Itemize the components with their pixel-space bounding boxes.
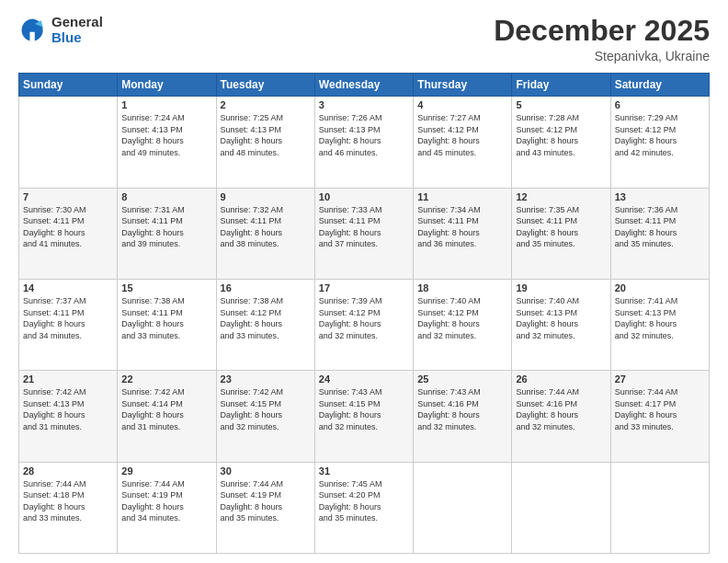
day-number: 6: [615, 99, 705, 110]
cell-info: Sunrise: 7:34 AMSunset: 4:11 PMDaylight:…: [417, 204, 507, 250]
calendar-cell: 10Sunrise: 7:33 AMSunset: 4:11 PMDayligh…: [314, 188, 413, 279]
cell-info: Sunrise: 7:40 AMSunset: 4:12 PMDaylight:…: [417, 295, 507, 341]
cell-info: Sunrise: 7:42 AMSunset: 4:14 PMDaylight:…: [121, 386, 211, 432]
calendar-day-header: Saturday: [610, 74, 709, 97]
day-number: 17: [319, 282, 409, 293]
calendar-day-header: Thursday: [414, 74, 512, 97]
cell-info: Sunrise: 7:44 AMSunset: 4:17 PMDaylight:…: [615, 386, 705, 432]
calendar-day-header: Wednesday: [314, 74, 413, 97]
calendar-cell: 25Sunrise: 7:43 AMSunset: 4:16 PMDayligh…: [414, 371, 512, 462]
cell-info: Sunrise: 7:24 AMSunset: 4:13 PMDaylight:…: [121, 112, 211, 158]
day-number: 7: [23, 191, 113, 202]
calendar-cell: 2Sunrise: 7:25 AMSunset: 4:13 PMDaylight…: [216, 97, 314, 188]
calendar-cell: 11Sunrise: 7:34 AMSunset: 4:11 PMDayligh…: [414, 188, 512, 279]
cell-info: Sunrise: 7:41 AMSunset: 4:13 PMDaylight:…: [615, 295, 705, 341]
calendar-cell: 14Sunrise: 7:37 AMSunset: 4:11 PMDayligh…: [19, 279, 118, 370]
calendar-cell: 26Sunrise: 7:44 AMSunset: 4:16 PMDayligh…: [512, 371, 610, 462]
day-number: 1: [121, 99, 211, 110]
calendar-week-row: 21Sunrise: 7:42 AMSunset: 4:13 PMDayligh…: [19, 371, 710, 462]
calendar-cell: 21Sunrise: 7:42 AMSunset: 4:13 PMDayligh…: [19, 371, 118, 462]
calendar-cell: 7Sunrise: 7:30 AMSunset: 4:11 PMDaylight…: [19, 188, 118, 279]
day-number: 24: [319, 373, 409, 385]
calendar-week-row: 28Sunrise: 7:44 AMSunset: 4:18 PMDayligh…: [19, 462, 710, 553]
day-number: 20: [615, 282, 705, 293]
cell-info: Sunrise: 7:44 AMSunset: 4:19 PMDaylight:…: [221, 478, 311, 524]
calendar-week-row: 1Sunrise: 7:24 AMSunset: 4:13 PMDaylight…: [19, 97, 710, 188]
day-number: 3: [319, 99, 409, 110]
calendar-header-row: SundayMondayTuesdayWednesdayThursdayFrid…: [19, 74, 710, 97]
cell-info: Sunrise: 7:45 AMSunset: 4:20 PMDaylight:…: [319, 478, 409, 524]
calendar-cell: 18Sunrise: 7:40 AMSunset: 4:12 PMDayligh…: [414, 279, 512, 370]
cell-info: Sunrise: 7:39 AMSunset: 4:12 PMDaylight:…: [319, 295, 409, 341]
day-number: 21: [23, 373, 113, 385]
cell-info: Sunrise: 7:29 AMSunset: 4:12 PMDaylight:…: [615, 112, 705, 158]
calendar-cell: 3Sunrise: 7:26 AMSunset: 4:13 PMDaylight…: [314, 97, 413, 188]
calendar-cell: 4Sunrise: 7:27 AMSunset: 4:12 PMDaylight…: [414, 97, 512, 188]
calendar-cell: 1Sunrise: 7:24 AMSunset: 4:13 PMDaylight…: [118, 97, 216, 188]
day-number: 14: [23, 282, 113, 293]
calendar-cell: 27Sunrise: 7:44 AMSunset: 4:17 PMDayligh…: [610, 371, 709, 462]
cell-info: Sunrise: 7:44 AMSunset: 4:16 PMDaylight:…: [516, 386, 606, 432]
calendar-cell: 6Sunrise: 7:29 AMSunset: 4:12 PMDaylight…: [610, 97, 709, 188]
day-number: 18: [417, 282, 507, 293]
day-number: 28: [23, 465, 113, 477]
calendar-table: SundayMondayTuesdayWednesdayThursdayFrid…: [18, 73, 710, 554]
calendar-cell: 8Sunrise: 7:31 AMSunset: 4:11 PMDaylight…: [118, 188, 216, 279]
day-number: 30: [221, 465, 311, 477]
day-number: 5: [516, 99, 606, 110]
day-number: 11: [417, 191, 507, 202]
day-number: 23: [221, 373, 311, 385]
day-number: 31: [319, 465, 409, 477]
cell-info: Sunrise: 7:44 AMSunset: 4:19 PMDaylight:…: [121, 478, 211, 524]
cell-info: Sunrise: 7:28 AMSunset: 4:12 PMDaylight:…: [516, 112, 606, 158]
day-number: 29: [121, 465, 211, 477]
calendar-cell: 12Sunrise: 7:35 AMSunset: 4:11 PMDayligh…: [512, 188, 610, 279]
cell-info: Sunrise: 7:42 AMSunset: 4:15 PMDaylight:…: [221, 386, 311, 432]
cell-info: Sunrise: 7:31 AMSunset: 4:11 PMDaylight:…: [121, 204, 211, 250]
day-number: 10: [319, 191, 409, 202]
calendar-week-row: 14Sunrise: 7:37 AMSunset: 4:11 PMDayligh…: [19, 279, 710, 370]
calendar-cell: 29Sunrise: 7:44 AMSunset: 4:19 PMDayligh…: [118, 462, 216, 553]
calendar-cell: 28Sunrise: 7:44 AMSunset: 4:18 PMDayligh…: [19, 462, 118, 553]
cell-info: Sunrise: 7:38 AMSunset: 4:11 PMDaylight:…: [121, 295, 211, 341]
day-number: 27: [615, 373, 705, 385]
calendar-cell: 13Sunrise: 7:36 AMSunset: 4:11 PMDayligh…: [610, 188, 709, 279]
subtitle: Stepanivka, Ukraine: [494, 49, 710, 63]
calendar-cell: [512, 462, 610, 553]
cell-info: Sunrise: 7:40 AMSunset: 4:13 PMDaylight:…: [516, 295, 606, 341]
day-number: 8: [121, 191, 211, 202]
cell-info: Sunrise: 7:43 AMSunset: 4:15 PMDaylight:…: [319, 386, 409, 432]
cell-info: Sunrise: 7:42 AMSunset: 4:13 PMDaylight:…: [23, 386, 113, 432]
cell-info: Sunrise: 7:43 AMSunset: 4:16 PMDaylight:…: [417, 386, 507, 432]
calendar-day-header: Sunday: [19, 74, 118, 97]
main-title: December 2025: [494, 15, 710, 47]
cell-info: Sunrise: 7:33 AMSunset: 4:11 PMDaylight:…: [319, 204, 409, 250]
page: General Blue December 2025 Stepanivka, U…: [0, 0, 728, 563]
day-number: 9: [221, 191, 311, 202]
calendar-week-row: 7Sunrise: 7:30 AMSunset: 4:11 PMDaylight…: [19, 188, 710, 279]
day-number: 19: [516, 282, 606, 293]
calendar-cell: [414, 462, 512, 553]
day-number: 22: [121, 373, 211, 385]
day-number: 2: [221, 99, 311, 110]
title-block: December 2025 Stepanivka, Ukraine: [494, 15, 710, 63]
calendar-day-header: Tuesday: [216, 74, 314, 97]
day-number: 13: [615, 191, 705, 202]
logo: General Blue: [18, 15, 103, 45]
cell-info: Sunrise: 7:30 AMSunset: 4:11 PMDaylight:…: [23, 204, 113, 250]
cell-info: Sunrise: 7:32 AMSunset: 4:11 PMDaylight:…: [221, 204, 311, 250]
day-number: 25: [417, 373, 507, 385]
calendar-cell: [19, 97, 118, 188]
cell-info: Sunrise: 7:37 AMSunset: 4:11 PMDaylight:…: [23, 295, 113, 341]
calendar-day-header: Monday: [118, 74, 216, 97]
calendar-cell: 17Sunrise: 7:39 AMSunset: 4:12 PMDayligh…: [314, 279, 413, 370]
cell-info: Sunrise: 7:27 AMSunset: 4:12 PMDaylight:…: [417, 112, 507, 158]
calendar-cell: 15Sunrise: 7:38 AMSunset: 4:11 PMDayligh…: [118, 279, 216, 370]
logo-blue: Blue: [51, 30, 103, 46]
day-number: 15: [121, 282, 211, 293]
calendar-cell: 30Sunrise: 7:44 AMSunset: 4:19 PMDayligh…: [216, 462, 314, 553]
calendar-cell: 9Sunrise: 7:32 AMSunset: 4:11 PMDaylight…: [216, 188, 314, 279]
cell-info: Sunrise: 7:35 AMSunset: 4:11 PMDaylight:…: [516, 204, 606, 250]
header: General Blue December 2025 Stepanivka, U…: [18, 15, 710, 63]
day-number: 12: [516, 191, 606, 202]
